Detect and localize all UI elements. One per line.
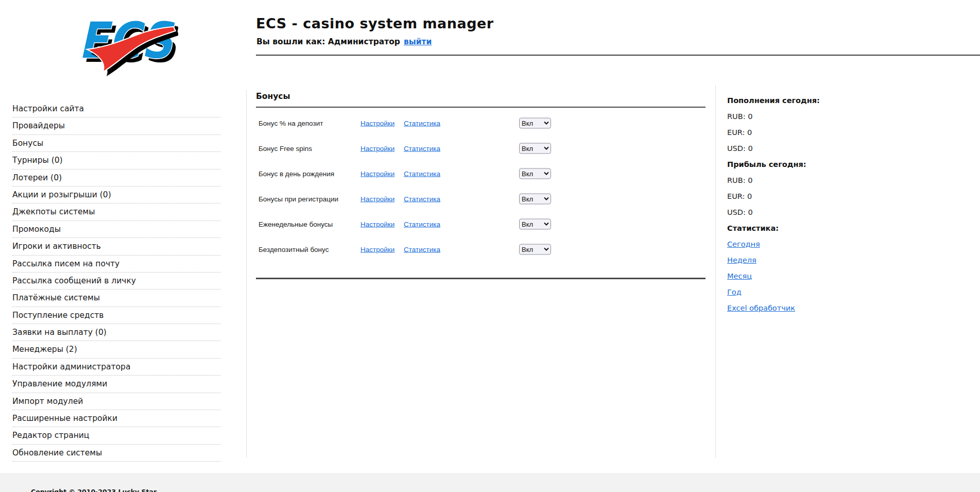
sidebar-item[interactable]: Редактор страниц bbox=[12, 427, 220, 444]
settings-link[interactable]: Настройки bbox=[360, 195, 394, 202]
bonus-row: Бонусы при регистрацииНастройкиСтатистик… bbox=[256, 186, 706, 211]
login-status: Вы вошли как: Администратор bbox=[256, 37, 400, 46]
settings-link[interactable]: Настройки bbox=[360, 245, 394, 253]
sidebar-item[interactable]: Настройки сайта bbox=[12, 100, 220, 117]
page-title: ECS - casino system manager bbox=[256, 15, 494, 31]
bonus-state-select[interactable]: Вкл bbox=[519, 244, 551, 255]
bonus-row: Бонус Free spinsНастройкиСтатистикаВкл bbox=[256, 135, 706, 161]
statistics-link[interactable]: Статистика bbox=[404, 144, 440, 152]
header-divider bbox=[256, 55, 980, 56]
profit-amount-line: RUB: 0 bbox=[727, 173, 892, 189]
bonus-label: Бонусы при регистрации bbox=[259, 195, 338, 202]
deposits-list: RUB: 0EUR: 0USD: 0 bbox=[727, 109, 892, 157]
stats-link-item: Месяц bbox=[727, 268, 892, 284]
sidebar-item[interactable]: Обновление системы bbox=[12, 445, 220, 462]
bonus-label: Бездепозитный бонус bbox=[259, 245, 329, 253]
bonus-state-select[interactable]: Вкл bbox=[519, 143, 551, 154]
stats-period-link[interactable]: Сегодня bbox=[727, 240, 760, 248]
sidebar-item[interactable]: Джекпоты системы bbox=[12, 203, 220, 220]
sidebar-item[interactable]: Управление модулями bbox=[12, 376, 220, 393]
bonus-row: Бездепозитный бонусНастройкиСтатистикаВк… bbox=[256, 236, 706, 262]
stats-link-item: Сегодня bbox=[727, 236, 892, 252]
bonus-label: Еженедельные бонусы bbox=[259, 220, 333, 228]
statistics-link[interactable]: Статистика bbox=[404, 119, 440, 127]
bonus-state-select[interactable]: Вкл bbox=[519, 193, 551, 204]
stats-period-link[interactable]: Год bbox=[727, 288, 742, 296]
left-content-divider bbox=[246, 90, 247, 457]
bonus-state-select[interactable]: Вкл bbox=[519, 218, 551, 229]
statistics-link[interactable]: Статистика bbox=[404, 220, 440, 228]
sidebar-item[interactable]: Заявки на выплату (0) bbox=[12, 324, 220, 341]
statistics-links: СегодняНеделяМесяцГодExcel обработчик bbox=[727, 236, 892, 316]
sidebar-item[interactable]: Рассылка писем на почту bbox=[12, 256, 220, 273]
bonus-rows: Бонус % на депозитНастройкиСтатистикаВкл… bbox=[256, 110, 706, 262]
profit-amount-line: EUR: 0 bbox=[727, 189, 892, 205]
deposit-amount-line: EUR: 0 bbox=[727, 125, 892, 141]
deposit-amount-line: USD: 0 bbox=[727, 141, 892, 157]
page: ECS ECS ECS - casino system manager Вы в… bbox=[0, 0, 980, 492]
sidebar-item[interactable]: Импорт модулей bbox=[12, 393, 220, 410]
sidebar-item[interactable]: Настройки администратора bbox=[12, 359, 220, 376]
bonus-row: Бонус % на депозитНастройкиСтатистикаВкл bbox=[256, 110, 706, 135]
login-status-line: Вы вошли как: Администраторвыйти bbox=[256, 37, 432, 46]
bonus-label: Бонус Free spins bbox=[259, 144, 312, 152]
sidebar-item[interactable]: Рассылка сообщений в личку bbox=[12, 273, 220, 290]
stats-link-item: Год bbox=[727, 284, 892, 300]
bonus-state-select[interactable]: Вкл bbox=[519, 117, 551, 128]
ecs-logo: ECS ECS bbox=[70, 5, 178, 77]
bonus-row: Бонус в день рожденияНастройкиСтатистика… bbox=[256, 161, 706, 186]
sidebar-item[interactable]: Лотереи (0) bbox=[12, 169, 220, 186]
settings-link[interactable]: Настройки bbox=[360, 220, 394, 228]
stats-period-link[interactable]: Месяц bbox=[727, 272, 752, 280]
ecs-logo-image: ECS ECS bbox=[70, 5, 178, 77]
sidebar-item[interactable]: Расширенные настройки bbox=[12, 410, 220, 427]
footer: Copyright © 2010-2023 Lucky Star bbox=[0, 473, 980, 492]
profit-today-title: Прибыль сегодня: bbox=[727, 157, 892, 173]
statistics-link[interactable]: Статистика bbox=[404, 245, 440, 253]
settings-link[interactable]: Настройки bbox=[360, 169, 394, 177]
summary-panel: Пополнения сегодня: RUB: 0EUR: 0USD: 0 П… bbox=[727, 93, 892, 316]
bonuses-bottom-rule bbox=[256, 278, 706, 279]
sidebar-item[interactable]: Турниры (0) bbox=[12, 152, 220, 169]
sidebar-item[interactable]: Менеджеры (2) bbox=[12, 341, 220, 358]
sidebar-item[interactable]: Промокоды bbox=[12, 221, 220, 238]
sidebar-menu: Настройки сайтаПровайдерыБонусыТурниры (… bbox=[12, 100, 220, 462]
statistics-link[interactable]: Статистика bbox=[404, 169, 440, 177]
deposit-amount-line: RUB: 0 bbox=[727, 109, 892, 125]
stats-period-link[interactable]: Неделя bbox=[727, 256, 757, 264]
sidebar-item[interactable]: Платёжные системы bbox=[12, 290, 220, 307]
sidebar-item[interactable]: Поступление средств bbox=[12, 307, 220, 324]
statistics-link[interactable]: Статистика bbox=[404, 195, 440, 202]
logout-link[interactable]: выйти bbox=[404, 37, 432, 46]
sidebar-item[interactable]: Провайдеры bbox=[12, 117, 220, 134]
bonus-state-select[interactable]: Вкл bbox=[519, 168, 551, 179]
settings-link[interactable]: Настройки bbox=[360, 144, 394, 152]
settings-link[interactable]: Настройки bbox=[360, 119, 394, 127]
bonuses-section: Бонусы Бонус % на депозитНастройкиСтатис… bbox=[256, 92, 706, 279]
sidebar-item[interactable]: Бонусы bbox=[12, 135, 220, 152]
right-content-divider bbox=[715, 85, 716, 457]
profit-list: RUB: 0EUR: 0USD: 0 bbox=[727, 173, 892, 220]
deposits-today-title: Пополнения сегодня: bbox=[727, 93, 892, 109]
profit-amount-line: USD: 0 bbox=[727, 205, 892, 220]
stats-link-item: Excel обработчик bbox=[727, 300, 892, 316]
bonuses-top-rule bbox=[256, 107, 706, 108]
copyright: Copyright © 2010-2023 Lucky Star bbox=[31, 488, 157, 492]
bonus-label: Бонус % на депозит bbox=[259, 119, 323, 127]
stats-link-item: Неделя bbox=[727, 252, 892, 268]
stats-period-link[interactable]: Excel обработчик bbox=[727, 304, 795, 312]
bonus-label: Бонус в день рождения bbox=[259, 169, 334, 177]
bonuses-title: Бонусы bbox=[256, 92, 706, 107]
statistics-title: Статистика: bbox=[727, 220, 892, 236]
sidebar-item[interactable]: Игроки и активность bbox=[12, 238, 220, 255]
sidebar-item[interactable]: Акции и розыгрыши (0) bbox=[12, 186, 220, 203]
bonus-row: Еженедельные бонусыНастройкиСтатистикаВк… bbox=[256, 211, 706, 236]
